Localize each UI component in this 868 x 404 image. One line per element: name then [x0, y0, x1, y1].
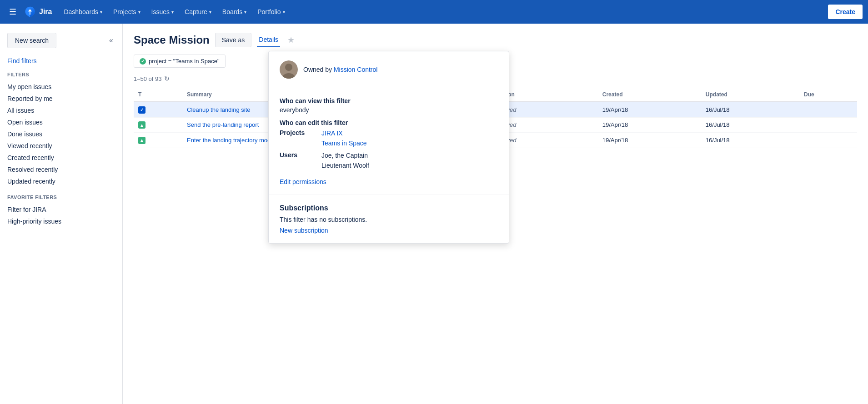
who-view-label: Who can view this filter [280, 97, 498, 105]
star-button[interactable]: ★ [286, 33, 296, 47]
issue-created-cell: 19/Apr/18 [598, 117, 701, 133]
chevron-down-icon: ▾ [100, 10, 102, 15]
nav-boards[interactable]: Boards ▾ [218, 5, 251, 19]
issue-type-cell: ▲ [134, 117, 182, 133]
favorite-filters-section-label: FAVORITE FILTERS [7, 195, 115, 200]
collapse-sidebar-button[interactable]: « [107, 35, 115, 46]
avatar [280, 60, 298, 79]
issue-due-cell [799, 133, 857, 148]
filter-chip[interactable]: ✓ project = "Teams in Space" [134, 55, 226, 68]
nav-capture[interactable]: Capture ▾ [180, 5, 216, 19]
project-jira-ix-link[interactable]: JIRA IX [321, 130, 343, 137]
chevron-down-icon: ▾ [171, 10, 174, 15]
hamburger-menu[interactable]: ☰ [5, 3, 20, 20]
who-edit-label: Who can edit this filter [280, 119, 498, 126]
sidebar-item-updated-recently[interactable]: Updated recently [7, 175, 115, 187]
filters-section-label: FILTERS [7, 72, 115, 77]
sidebar-item-all-issues[interactable]: All issues [7, 105, 115, 116]
sidebar-item-created-recently[interactable]: Created recently [7, 152, 115, 164]
edit-permissions-link[interactable]: Edit permissions [280, 178, 326, 185]
issue-type-icon: ▲ [138, 137, 146, 144]
details-button[interactable]: Details [257, 33, 280, 47]
details-popup: Owned by Mission Control Who can view th… [268, 51, 509, 244]
sidebar-item-my-open-issues[interactable]: My open issues [7, 81, 115, 93]
permissions-grid: Projects JIRA IX Teams in Space Users Jo… [280, 128, 498, 171]
sidebar-item-done-issues[interactable]: Done issues [7, 128, 115, 140]
popup-permissions-section: Who can view this filter everybody Who c… [269, 88, 509, 195]
popup-owner-row: Owned by Mission Control [280, 60, 498, 79]
owner-link[interactable]: Mission Control [334, 66, 377, 73]
page-header: Space Mission Save as Details ★ [134, 33, 857, 47]
svg-point-1 [285, 64, 292, 71]
filter-check-icon: ✓ [140, 58, 146, 65]
save-as-button[interactable]: Save as [215, 33, 252, 47]
sidebar: New search « Find filters FILTERS My ope… [0, 24, 123, 404]
col-updated: Updated [701, 88, 799, 102]
jira-logo-icon [24, 5, 36, 18]
issue-summary-link[interactable]: Cleanup the landing site [187, 106, 251, 113]
col-due: Due [799, 88, 857, 102]
issue-due-cell [799, 117, 857, 133]
sidebar-item-high-priority[interactable]: High-priority issues [7, 215, 115, 227]
sidebar-top: New search « [7, 33, 115, 48]
nav-issues[interactable]: Issues ▾ [147, 5, 178, 19]
issue-type-icon: ▲ [138, 121, 146, 129]
sidebar-item-resolved-recently[interactable]: Resolved recently [7, 164, 115, 175]
filter-query: project = "Teams in Space" [149, 58, 220, 65]
users-value: Joe, the Captain Lieutenant Woolf [321, 150, 498, 171]
issue-summary-link[interactable]: Enter the landing trajectory module [187, 137, 279, 144]
issue-due-cell [799, 102, 857, 117]
issue-created-cell: 19/Apr/18 [598, 133, 701, 148]
new-subscription-link[interactable]: New subscription [280, 227, 328, 234]
issue-updated-cell: 16/Jul/18 [701, 117, 799, 133]
nav-portfolio[interactable]: Portfolio ▾ [253, 5, 289, 19]
projects-value: JIRA IX Teams in Space [321, 128, 498, 149]
col-created: Created [598, 88, 701, 102]
sidebar-item-reported-by-me[interactable]: Reported by me [7, 93, 115, 105]
col-type: T [134, 88, 182, 102]
page-layout: New search « Find filters FILTERS My ope… [0, 24, 868, 404]
popup-owned-by-text: Owned by Mission Control [303, 66, 377, 73]
issue-updated-cell: 16/Jul/18 [701, 133, 799, 148]
subscriptions-empty-text: This filter has no subscriptions. [280, 216, 498, 223]
issue-summary-link[interactable]: Send the pre-landing report [187, 121, 259, 128]
sidebar-item-open-issues[interactable]: Open issues [7, 116, 115, 128]
new-search-button[interactable]: New search [7, 33, 56, 48]
issue-type-cell: ✓ [134, 102, 182, 117]
chevron-down-icon: ▾ [138, 10, 140, 15]
find-filters-link[interactable]: Find filters [7, 57, 115, 65]
jira-logo[interactable]: Jira [24, 5, 52, 18]
issue-type-icon: ✓ [138, 106, 146, 114]
nav-dashboards[interactable]: Dashboards ▾ [59, 5, 107, 19]
subscriptions-heading: Subscriptions [280, 204, 498, 212]
who-view-value: everybody [280, 106, 498, 114]
issue-type-cell: ▲ [134, 133, 182, 148]
issue-updated-cell: 16/Jul/18 [701, 102, 799, 117]
main-content: Space Mission Save as Details ★ ✓ projec… [123, 24, 868, 404]
users-label: Users [280, 150, 316, 159]
chevron-down-icon: ▾ [209, 10, 211, 15]
sidebar-item-viewed-recently[interactable]: Viewed recently [7, 140, 115, 152]
projects-label: Projects [280, 128, 316, 136]
issue-created-cell: 19/Apr/18 [598, 102, 701, 117]
popup-subscriptions-section: Subscriptions This filter has no subscri… [269, 195, 509, 243]
chevron-down-icon: ▾ [283, 10, 285, 15]
create-button[interactable]: Create [828, 5, 863, 19]
jira-logo-text: Jira [39, 8, 52, 16]
sidebar-item-filter-jira[interactable]: Filter for JIRA [7, 204, 115, 215]
refresh-icon[interactable]: ↻ [164, 75, 170, 82]
nav-projects[interactable]: Projects ▾ [109, 5, 145, 19]
popup-owner-section: Owned by Mission Control [269, 51, 509, 88]
results-count: 1–50 of 93 [134, 75, 161, 82]
top-navigation: ☰ Jira Dashboards ▾ Projects ▾ Issues ▾ … [0, 0, 868, 24]
page-title: Space Mission [134, 34, 210, 46]
project-teams-in-space-link[interactable]: Teams in Space [321, 140, 367, 147]
chevron-down-icon: ▾ [244, 10, 246, 15]
